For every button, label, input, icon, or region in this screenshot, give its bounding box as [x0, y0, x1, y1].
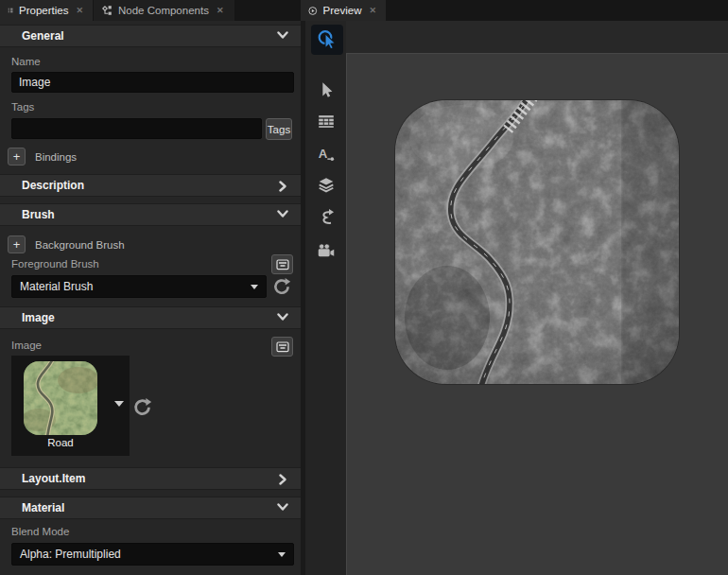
section-header-general[interactable]: General	[0, 25, 301, 47]
list-icon	[8, 5, 13, 16]
section-header-brush[interactable]: Brush	[0, 203, 301, 226]
preview-rendered-image[interactable]	[395, 100, 679, 384]
tool-data-grid-button[interactable]	[314, 110, 338, 133]
section-title: Layout.Item	[22, 472, 85, 485]
svg-text:A: A	[318, 147, 327, 161]
interact-cursor-icon	[316, 28, 338, 51]
blend-mode-value: Alpha: Premultiplied	[20, 548, 121, 561]
preview-canvas	[346, 53, 728, 575]
section-header-description[interactable]: Description	[0, 174, 301, 197]
section-title: Brush	[22, 208, 55, 221]
section-header-layout-item[interactable]: Layout.Item	[0, 467, 301, 490]
application-window: Properties ✕ Node Components ✕ Preview ✕	[0, 0, 728, 575]
add-background-brush-button[interactable]: +	[8, 235, 26, 253]
tool-camera-button[interactable]	[314, 237, 338, 261]
tool-layers-button[interactable]	[314, 173, 338, 197]
image-picker-well[interactable]: Road	[11, 356, 130, 456]
tab-bar: Properties ✕ Node Components ✕ Preview ✕	[0, 0, 728, 21]
reset-arrow-icon	[132, 397, 152, 417]
chevron-down-icon	[277, 31, 288, 40]
section-title: Image	[22, 311, 55, 324]
section-title: Description	[22, 179, 84, 192]
close-icon[interactable]: ✕	[367, 6, 378, 16]
tab-preview-label: Preview	[323, 5, 362, 16]
dropdown-caret-icon	[251, 285, 258, 289]
tags-button[interactable]: Tags	[266, 118, 292, 140]
tags-input[interactable]	[11, 118, 262, 139]
blend-mode-label: Blend Mode	[11, 526, 69, 537]
open-brush-editor-button[interactable]	[271, 254, 293, 274]
tab-node-components-label: Node Components	[118, 5, 209, 16]
image-thumbnail-road[interactable]	[24, 361, 97, 435]
node-graph-icon	[101, 5, 113, 16]
name-label: Name	[11, 56, 41, 67]
name-input[interactable]	[11, 72, 294, 93]
close-icon[interactable]: ✕	[74, 6, 85, 16]
editor-window-icon	[276, 341, 289, 353]
reset-foreground-brush-button[interactable]	[271, 276, 292, 297]
image-label: Image	[11, 340, 42, 351]
tab-properties[interactable]: Properties ✕	[0, 0, 93, 21]
blend-mode-dropdown[interactable]: Alpha: Premultiplied	[11, 543, 294, 566]
close-icon[interactable]: ✕	[215, 6, 226, 16]
tool-text-button[interactable]: A	[314, 142, 338, 166]
tab-properties-label: Properties	[19, 5, 68, 16]
reset-arrow-icon	[272, 277, 291, 296]
select-cursor-icon	[316, 79, 337, 100]
tool-select-button[interactable]	[314, 78, 338, 101]
flow-arrow-icon	[316, 207, 337, 228]
background-brush-label: Background Brush	[35, 239, 125, 251]
text-tool-icon: A	[316, 144, 337, 165]
chevron-down-icon	[277, 313, 288, 322]
play-circle-icon	[308, 5, 318, 17]
bindings-label: Bindings	[35, 151, 77, 163]
chevron-down-icon	[277, 503, 288, 512]
foreground-brush-label: Foreground Brush	[11, 258, 99, 270]
tool-flow-arrow-button[interactable]	[314, 205, 338, 229]
properties-panel: General Name Tags Tags + Bindings Descri…	[0, 21, 301, 575]
section-title: Material	[22, 501, 64, 514]
chevron-right-icon	[279, 474, 287, 485]
camera-icon	[316, 239, 337, 260]
data-grid-icon	[316, 112, 337, 132]
editor-window-icon	[276, 259, 289, 270]
chevron-right-icon	[279, 181, 287, 192]
section-title: General	[22, 29, 64, 43]
selected-image-name: Road	[24, 437, 97, 448]
reset-image-button[interactable]	[131, 396, 152, 417]
chevron-down-icon	[277, 210, 288, 218]
tool-interact-button[interactable]	[311, 25, 343, 55]
preview-tool-column: A	[305, 21, 346, 575]
tags-label: Tags	[11, 101, 34, 113]
open-image-editor-button[interactable]	[271, 337, 293, 357]
dropdown-caret-icon	[278, 552, 286, 557]
tab-node-components[interactable]: Node Components ✕	[94, 0, 234, 21]
tab-preview[interactable]: Preview ✕	[301, 0, 386, 21]
section-header-material[interactable]: Material	[0, 497, 301, 519]
foreground-brush-value: Material Brush	[20, 280, 93, 293]
layers-icon	[316, 175, 337, 196]
foreground-brush-dropdown[interactable]: Material Brush	[11, 275, 267, 298]
section-header-image[interactable]: Image	[0, 306, 301, 329]
image-dropdown-caret-icon[interactable]	[114, 401, 124, 407]
preview-toolbar-strip	[346, 21, 728, 53]
add-binding-button[interactable]: +	[8, 148, 26, 166]
